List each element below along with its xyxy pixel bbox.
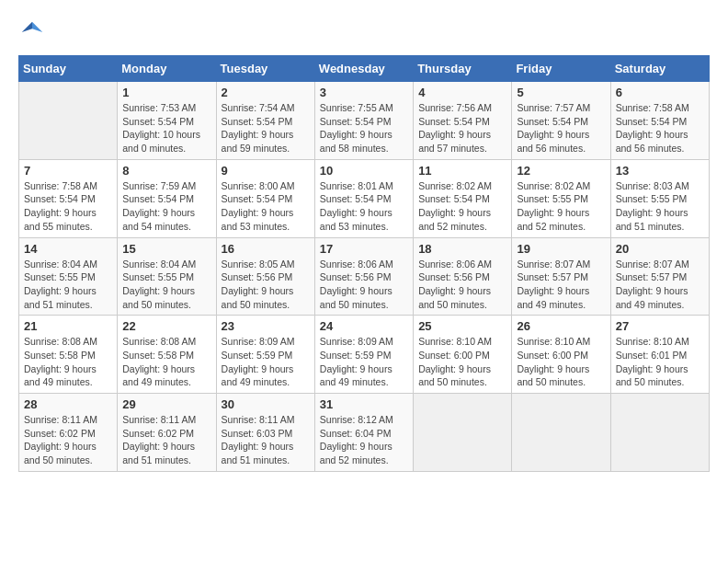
day-info: Sunrise: 8:10 AM Sunset: 6:00 PM Dayligh…: [418, 335, 506, 389]
calendar-cell: 11Sunrise: 8:02 AM Sunset: 5:54 PM Dayli…: [414, 159, 512, 237]
calendar-cell: 13Sunrise: 8:03 AM Sunset: 5:55 PM Dayli…: [610, 159, 709, 237]
day-number: 14: [24, 242, 112, 256]
calendar-cell: 22Sunrise: 8:08 AM Sunset: 5:58 PM Dayli…: [118, 316, 216, 394]
calendar-cell: 5Sunrise: 7:57 AM Sunset: 5:54 PM Daylig…: [512, 82, 610, 160]
day-number: 1: [122, 86, 210, 99]
calendar-table: SundayMondayTuesdayWednesdayThursdayFrid…: [18, 55, 710, 472]
day-number: 11: [418, 164, 506, 178]
calendar-header: SundayMondayTuesdayWednesdayThursdayFrid…: [19, 56, 710, 82]
calendar-cell: 19Sunrise: 8:07 AM Sunset: 5:57 PM Dayli…: [512, 237, 610, 316]
day-number: 30: [222, 397, 310, 411]
day-number: 24: [320, 319, 408, 333]
calendar-body: 1Sunrise: 7:53 AM Sunset: 5:54 PM Daylig…: [19, 82, 710, 472]
svg-marker-0: [32, 22, 42, 32]
day-of-week-thursday: Thursday: [414, 56, 512, 82]
day-info: Sunrise: 8:04 AM Sunset: 5:55 PM Dayligh…: [24, 258, 112, 312]
calendar-cell: 15Sunrise: 8:04 AM Sunset: 5:55 PM Dayli…: [118, 237, 216, 316]
calendar-week-row: 1Sunrise: 7:53 AM Sunset: 5:54 PM Daylig…: [19, 82, 710, 160]
day-number: 29: [122, 397, 210, 411]
day-number: 26: [517, 319, 605, 333]
day-number: 27: [616, 319, 704, 333]
day-info: Sunrise: 8:06 AM Sunset: 5:56 PM Dayligh…: [320, 258, 408, 312]
calendar-cell: 18Sunrise: 8:06 AM Sunset: 5:56 PM Dayli…: [414, 237, 512, 316]
calendar-cell: 6Sunrise: 7:58 AM Sunset: 5:54 PM Daylig…: [610, 82, 709, 160]
calendar-cell: [19, 82, 118, 160]
day-number: 4: [418, 86, 506, 99]
day-info: Sunrise: 8:03 AM Sunset: 5:55 PM Dayligh…: [616, 179, 704, 234]
logo-icon: [18, 18, 46, 46]
calendar-cell: 16Sunrise: 8:05 AM Sunset: 5:56 PM Dayli…: [216, 237, 314, 316]
day-of-week-sunday: Sunday: [19, 56, 118, 82]
calendar-cell: 14Sunrise: 8:04 AM Sunset: 5:55 PM Dayli…: [19, 237, 118, 316]
calendar-cell: 4Sunrise: 7:56 AM Sunset: 5:54 PM Daylig…: [414, 82, 512, 160]
calendar-week-row: 7Sunrise: 7:58 AM Sunset: 5:54 PM Daylig…: [19, 159, 710, 237]
day-number: 19: [517, 242, 605, 256]
day-number: 12: [517, 164, 605, 178]
calendar-cell: 30Sunrise: 8:11 AM Sunset: 6:03 PM Dayli…: [216, 394, 314, 472]
calendar-cell: 20Sunrise: 8:07 AM Sunset: 5:57 PM Dayli…: [610, 237, 709, 316]
calendar-cell: 8Sunrise: 7:59 AM Sunset: 5:54 PM Daylig…: [118, 159, 216, 237]
day-info: Sunrise: 8:07 AM Sunset: 5:57 PM Dayligh…: [616, 258, 704, 312]
day-number: 18: [418, 242, 506, 256]
day-info: Sunrise: 8:11 AM Sunset: 6:02 PM Dayligh…: [122, 413, 210, 467]
logo: [18, 18, 50, 46]
calendar-cell: 1Sunrise: 7:53 AM Sunset: 5:54 PM Daylig…: [118, 82, 216, 160]
svg-marker-1: [22, 22, 32, 32]
calendar-cell: [414, 394, 512, 472]
calendar-cell: 9Sunrise: 8:00 AM Sunset: 5:54 PM Daylig…: [216, 159, 314, 237]
day-info: Sunrise: 8:08 AM Sunset: 5:58 PM Dayligh…: [24, 335, 112, 389]
calendar-cell: 3Sunrise: 7:55 AM Sunset: 5:54 PM Daylig…: [314, 82, 413, 160]
day-number: 3: [320, 86, 408, 99]
day-info: Sunrise: 8:00 AM Sunset: 5:54 PM Dayligh…: [222, 179, 310, 234]
day-number: 25: [418, 319, 506, 333]
day-number: 5: [517, 86, 605, 99]
day-info: Sunrise: 8:01 AM Sunset: 5:54 PM Dayligh…: [320, 179, 408, 234]
day-info: Sunrise: 7:58 AM Sunset: 5:54 PM Dayligh…: [24, 179, 112, 234]
calendar-cell: 10Sunrise: 8:01 AM Sunset: 5:54 PM Dayli…: [314, 159, 413, 237]
calendar-cell: 28Sunrise: 8:11 AM Sunset: 6:02 PM Dayli…: [19, 394, 118, 472]
calendar-week-row: 14Sunrise: 8:04 AM Sunset: 5:55 PM Dayli…: [19, 237, 710, 316]
day-number: 2: [222, 86, 310, 99]
day-number: 20: [616, 242, 704, 256]
calendar-cell: 29Sunrise: 8:11 AM Sunset: 6:02 PM Dayli…: [118, 394, 216, 472]
day-number: 10: [320, 164, 408, 178]
day-number: 22: [122, 319, 210, 333]
day-info: Sunrise: 8:07 AM Sunset: 5:57 PM Dayligh…: [517, 258, 605, 312]
calendar-cell: [512, 394, 610, 472]
day-info: Sunrise: 8:06 AM Sunset: 5:56 PM Dayligh…: [418, 258, 506, 312]
day-number: 31: [320, 397, 408, 411]
day-info: Sunrise: 8:04 AM Sunset: 5:55 PM Dayligh…: [122, 258, 210, 312]
day-info: Sunrise: 8:10 AM Sunset: 6:00 PM Dayligh…: [517, 335, 605, 389]
day-of-week-saturday: Saturday: [610, 56, 709, 82]
day-number: 16: [222, 242, 310, 256]
day-of-week-tuesday: Tuesday: [216, 56, 314, 82]
day-info: Sunrise: 8:02 AM Sunset: 5:55 PM Dayligh…: [517, 179, 605, 234]
page-header: [18, 18, 710, 46]
day-of-week-monday: Monday: [118, 56, 216, 82]
calendar-cell: 31Sunrise: 8:12 AM Sunset: 6:04 PM Dayli…: [314, 394, 413, 472]
day-info: Sunrise: 7:59 AM Sunset: 5:54 PM Dayligh…: [122, 179, 210, 234]
day-of-week-friday: Friday: [512, 56, 610, 82]
day-number: 28: [24, 397, 112, 411]
calendar-cell: 25Sunrise: 8:10 AM Sunset: 6:00 PM Dayli…: [414, 316, 512, 394]
calendar-cell: 21Sunrise: 8:08 AM Sunset: 5:58 PM Dayli…: [19, 316, 118, 394]
calendar-cell: 7Sunrise: 7:58 AM Sunset: 5:54 PM Daylig…: [19, 159, 118, 237]
day-info: Sunrise: 8:05 AM Sunset: 5:56 PM Dayligh…: [222, 258, 310, 312]
day-number: 23: [222, 319, 310, 333]
calendar-cell: 2Sunrise: 7:54 AM Sunset: 5:54 PM Daylig…: [216, 82, 314, 160]
day-info: Sunrise: 7:53 AM Sunset: 5:54 PM Dayligh…: [122, 101, 210, 155]
day-number: 17: [320, 242, 408, 256]
days-of-week-row: SundayMondayTuesdayWednesdayThursdayFrid…: [19, 56, 710, 82]
day-info: Sunrise: 8:11 AM Sunset: 6:02 PM Dayligh…: [24, 413, 112, 467]
calendar-cell: 26Sunrise: 8:10 AM Sunset: 6:00 PM Dayli…: [512, 316, 610, 394]
day-number: 6: [616, 86, 704, 99]
calendar-cell: 17Sunrise: 8:06 AM Sunset: 5:56 PM Dayli…: [314, 237, 413, 316]
day-info: Sunrise: 7:56 AM Sunset: 5:54 PM Dayligh…: [418, 101, 506, 155]
day-info: Sunrise: 8:10 AM Sunset: 6:01 PM Dayligh…: [616, 335, 704, 389]
day-number: 15: [122, 242, 210, 256]
day-info: Sunrise: 7:55 AM Sunset: 5:54 PM Dayligh…: [320, 101, 408, 155]
calendar-cell: [610, 394, 709, 472]
calendar-cell: 27Sunrise: 8:10 AM Sunset: 6:01 PM Dayli…: [610, 316, 709, 394]
day-info: Sunrise: 7:54 AM Sunset: 5:54 PM Dayligh…: [222, 101, 310, 155]
day-of-week-wednesday: Wednesday: [314, 56, 413, 82]
